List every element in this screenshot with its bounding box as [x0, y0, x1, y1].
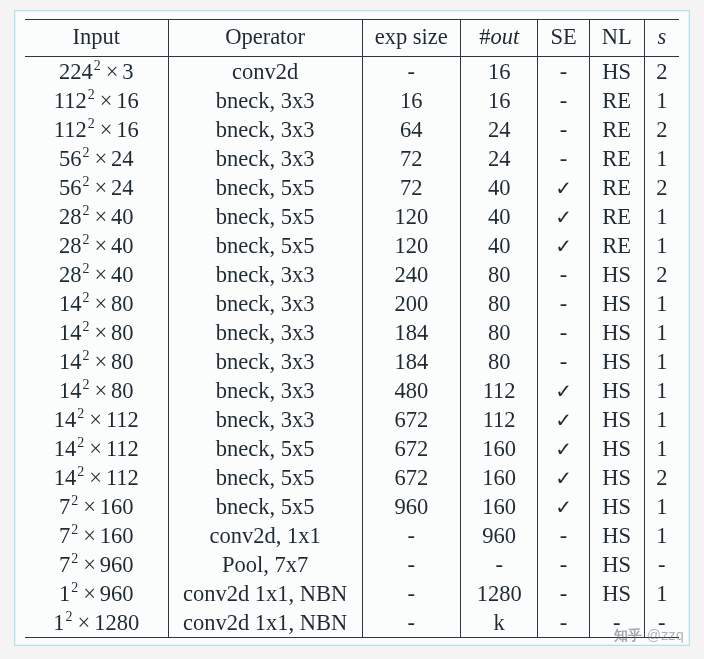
cell-out: 40	[460, 202, 538, 231]
table-row: 72×960Pool, 7x7---HS-	[25, 550, 679, 579]
cell-exp: 672	[362, 463, 460, 492]
cell-s: 2	[644, 260, 679, 289]
table-row: 142×112bneck, 5x5672160✓HS1	[25, 434, 679, 463]
cell-operator: conv2d	[168, 57, 362, 87]
cell-s: 1	[644, 202, 679, 231]
cell-exp: -	[362, 521, 460, 550]
cell-out: 40	[460, 173, 538, 202]
col-expsize: exp size	[362, 20, 460, 57]
cell-exp: 120	[362, 231, 460, 260]
cell-input: 142×80	[25, 318, 168, 347]
cell-se: ✓	[538, 463, 589, 492]
table-row: 562×24bneck, 5x57240✓RE2	[25, 173, 679, 202]
cell-input: 12×960	[25, 579, 168, 608]
col-nl: NL	[589, 20, 644, 57]
table-row: 282×40bneck, 5x512040✓RE1	[25, 202, 679, 231]
cell-operator: bneck, 3x3	[168, 144, 362, 173]
cell-s: 2	[644, 173, 679, 202]
cell-input: 282×40	[25, 202, 168, 231]
cell-operator: bneck, 5x5	[168, 463, 362, 492]
cell-nl: RE	[589, 144, 644, 173]
cell-s: 1	[644, 405, 679, 434]
page: { "domain": "Paper", "chart_data": { "ty…	[0, 0, 704, 659]
cell-s: 2	[644, 115, 679, 144]
table-row: 72×160conv2d, 1x1-960-HS1	[25, 521, 679, 550]
cell-out: 16	[460, 86, 538, 115]
cell-operator: conv2d 1x1, NBN	[168, 579, 362, 608]
cell-exp: 120	[362, 202, 460, 231]
table-row: 142×80bneck, 3x320080-HS1	[25, 289, 679, 318]
table-row: 12×1280conv2d 1x1, NBN-k---	[25, 608, 679, 638]
cell-exp: 200	[362, 289, 460, 318]
cell-nl: HS	[589, 318, 644, 347]
table-row: 142×112bneck, 5x5672160✓HS2	[25, 463, 679, 492]
cell-out: 40	[460, 231, 538, 260]
cell-exp: -	[362, 579, 460, 608]
check-icon: ✓	[555, 437, 572, 461]
cell-se: -	[538, 579, 589, 608]
cell-input: 562×24	[25, 144, 168, 173]
col-s: s	[644, 20, 679, 57]
cell-input: 1122×16	[25, 115, 168, 144]
cell-se: ✓	[538, 405, 589, 434]
cell-operator: bneck, 5x5	[168, 434, 362, 463]
cell-operator: bneck, 3x3	[168, 289, 362, 318]
cell-operator: bneck, 3x3	[168, 260, 362, 289]
cell-nl: HS	[589, 289, 644, 318]
check-icon: ✓	[555, 495, 572, 519]
cell-out: 1280	[460, 579, 538, 608]
col-se: SE	[538, 20, 589, 57]
cell-input: 282×40	[25, 260, 168, 289]
table-row: 12×960conv2d 1x1, NBN-1280-HS1	[25, 579, 679, 608]
cell-out: 80	[460, 260, 538, 289]
cell-exp: 672	[362, 405, 460, 434]
cell-s: 1	[644, 579, 679, 608]
table-row: 142×80bneck, 3x3480112✓HS1	[25, 376, 679, 405]
cell-input: 142×112	[25, 434, 168, 463]
cell-out: -	[460, 550, 538, 579]
cell-s: 2	[644, 463, 679, 492]
cell-nl: HS	[589, 579, 644, 608]
cell-exp: -	[362, 550, 460, 579]
cell-nl: HS	[589, 521, 644, 550]
cell-operator: bneck, 3x3	[168, 405, 362, 434]
cell-s: 1	[644, 521, 679, 550]
cell-out: k	[460, 608, 538, 638]
cell-s: 1	[644, 231, 679, 260]
table-row: 562×24bneck, 3x37224-RE1	[25, 144, 679, 173]
col-input: Input	[25, 20, 168, 57]
cell-nl: -	[589, 608, 644, 638]
cell-nl: RE	[589, 115, 644, 144]
cell-out: 112	[460, 405, 538, 434]
cell-se: ✓	[538, 173, 589, 202]
cell-exp: 960	[362, 492, 460, 521]
check-icon: ✓	[555, 408, 572, 432]
cell-se: -	[538, 86, 589, 115]
cell-s: 1	[644, 347, 679, 376]
cell-out: 160	[460, 434, 538, 463]
table-row: 142×80bneck, 3x318480-HS1	[25, 318, 679, 347]
cell-se: -	[538, 260, 589, 289]
cell-out: 16	[460, 57, 538, 87]
table-row: 1122×16bneck, 3x31616-RE1	[25, 86, 679, 115]
cell-exp: 480	[362, 376, 460, 405]
cell-operator: bneck, 5x5	[168, 173, 362, 202]
col-out: #out	[460, 20, 538, 57]
table-body: 2242×3conv2d-16-HS21122×16bneck, 3x31616…	[25, 57, 679, 638]
table-row: 282×40bneck, 3x324080-HS2	[25, 260, 679, 289]
cell-se: -	[538, 550, 589, 579]
cell-se: ✓	[538, 434, 589, 463]
cell-out: 960	[460, 521, 538, 550]
cell-s: 1	[644, 289, 679, 318]
cell-se: ✓	[538, 231, 589, 260]
cell-input: 142×80	[25, 347, 168, 376]
cell-s: -	[644, 608, 679, 638]
cell-nl: HS	[589, 492, 644, 521]
cell-se: -	[538, 115, 589, 144]
table-row: 142×112bneck, 3x3672112✓HS1	[25, 405, 679, 434]
cell-se: -	[538, 318, 589, 347]
cell-input: 142×112	[25, 405, 168, 434]
table-row: 282×40bneck, 5x512040✓RE1	[25, 231, 679, 260]
cell-exp: 184	[362, 347, 460, 376]
cell-operator: bneck, 5x5	[168, 492, 362, 521]
